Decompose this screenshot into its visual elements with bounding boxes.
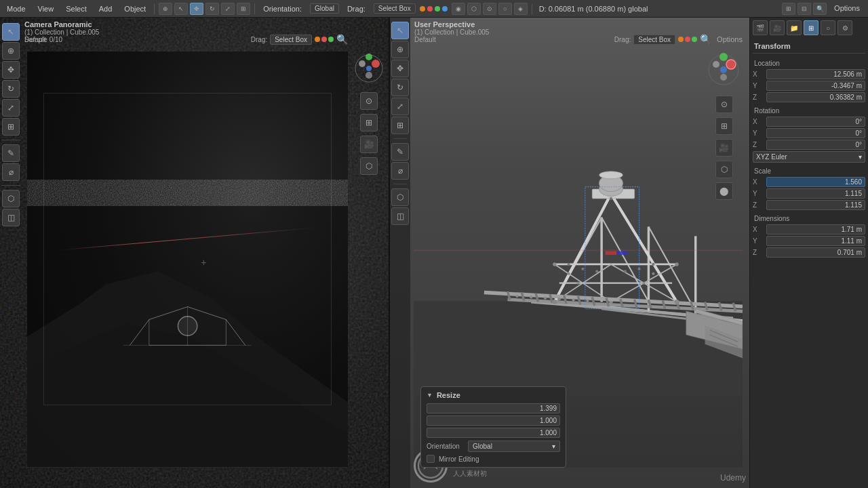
tr-icon3[interactable]: 🔍 [813, 3, 827, 15]
options-btn[interactable]: Options [834, 4, 860, 12]
loc-x-value[interactable]: 12.506 m [766, 69, 865, 79]
toggle-view-left[interactable]: ⊞ [360, 114, 378, 131]
panel-icon-mod[interactable]: ⚙ [837, 20, 852, 35]
right-measure-tool[interactable]: ⌀ [391, 162, 409, 180]
resize-orient-dropdown[interactable]: Global ▾ [468, 441, 560, 452]
dim-x-value[interactable]: 1.71 m [766, 224, 865, 235]
rot-type-dropdown[interactable]: XYZ Euler ▾ [753, 151, 865, 163]
scale-z-value[interactable]: 1.115 [766, 200, 865, 210]
right-cursor-tool[interactable]: ⊕ [391, 41, 409, 58]
icon-extra-1[interactable]: ◉ [452, 3, 465, 15]
svg-line-26 [601, 218, 648, 302]
right-search-icon[interactable]: 🔍 [700, 34, 711, 45]
right-select-box[interactable]: Select Box [633, 35, 675, 45]
left-select-box[interactable]: Select Box [270, 35, 312, 45]
gizmo-left[interactable] [352, 52, 386, 85]
select-menu[interactable]: Select [62, 3, 91, 14]
add-menu[interactable]: Add [95, 3, 117, 14]
right-options-label[interactable]: Options [717, 35, 743, 43]
icon-extra-4[interactable]: ○ [498, 3, 512, 15]
right-shading[interactable]: ⬡ [715, 161, 733, 178]
right-select-tool[interactable]: ↖ [391, 22, 409, 39]
right-overlay[interactable]: ⬤ [715, 182, 733, 200]
top-bar: Mode View Select Add Object ⊕ ↖ ✥ ↻ ⤢ ⊞ … [0, 0, 868, 18]
watermark-sub: 人人素材初 [453, 469, 493, 479]
svg-point-47 [652, 272, 654, 275]
select-tool[interactable]: ↖ [2, 23, 20, 41]
svg-point-73 [568, 263, 570, 266]
right-extra-tool1[interactable]: ⬡ [391, 188, 409, 206]
dot-blue [442, 6, 448, 12]
right-rotate-tool[interactable]: ↻ [391, 79, 409, 96]
dim-z-value[interactable]: 0.701 m [766, 247, 865, 258]
mode-icon-4[interactable]: ↻ [205, 3, 219, 15]
resize-val-2[interactable]: 1.000 [427, 415, 560, 426]
orientation-select[interactable]: Global [310, 3, 339, 14]
panel-icon-render[interactable]: 🎥 [770, 20, 785, 35]
right-collection-label: (1) Collection | Cube.005 [414, 28, 489, 36]
mode-icon-1[interactable]: ⊕ [159, 3, 172, 15]
extra-tool1[interactable]: ⬡ [2, 190, 20, 207]
loc-z-value[interactable]: 0.36382 m [766, 92, 865, 102]
svg-point-78 [652, 263, 654, 266]
panel-icon-view[interactable]: ⊞ [804, 20, 818, 35]
extra-tool2[interactable]: ◫ [2, 209, 20, 226]
icon-extra-2[interactable]: ⬡ [467, 3, 481, 15]
mode-icon-2[interactable]: ↖ [174, 3, 188, 15]
right-annotate-tool[interactable]: ✎ [391, 143, 409, 161]
view-menu[interactable]: View [34, 3, 58, 14]
left-search-icon[interactable]: 🔍 [336, 34, 348, 45]
panel-icon-object[interactable]: ○ [821, 20, 835, 35]
scale-z-label: Z [753, 201, 764, 209]
right-extra-tool2[interactable]: ◫ [391, 207, 409, 225]
rotate-tool[interactable]: ↻ [2, 80, 20, 98]
measure-tool[interactable]: ⌀ [2, 163, 20, 181]
select-box-top[interactable]: Select Box [374, 3, 416, 14]
mode-icon-5[interactable]: ⤢ [221, 3, 235, 15]
icon-extra-3[interactable]: ⊙ [483, 3, 496, 15]
extra-mode-icons: ◉ ⬡ ⊙ ○ ◈ [452, 3, 528, 15]
rot-z-value[interactable]: 0° [766, 140, 865, 150]
tr-icon1[interactable]: ⊞ [782, 3, 795, 15]
right-toggle-view[interactable]: ⊞ [715, 117, 733, 135]
transform-tool[interactable]: ⊞ [2, 118, 20, 136]
scale-x-value[interactable]: 1.560 [766, 177, 865, 187]
dim-y-value[interactable]: 1.11 m [766, 236, 865, 246]
resize-val-3[interactable]: 1.000 [427, 428, 560, 438]
object-menu[interactable]: Object [120, 3, 150, 14]
shading-left[interactable]: ⬡ [360, 157, 378, 175]
gizmo-right[interactable] [705, 52, 743, 89]
mode-icon-3[interactable]: ✥ [190, 3, 203, 15]
tr-icon2[interactable]: ⊟ [797, 3, 811, 15]
toolbar-divider2 [1, 185, 20, 186]
rot-x-value[interactable]: 0° [766, 117, 865, 127]
location-header: Location [753, 58, 865, 69]
right-transform-tool[interactable]: ⊞ [391, 117, 409, 134]
right-scale-tool[interactable]: ⤢ [391, 98, 409, 115]
zoom-fit-left[interactable]: ⊙ [360, 92, 378, 110]
mode-menu[interactable]: Mode [3, 3, 30, 14]
move-tool[interactable]: ✥ [2, 61, 20, 79]
scale-tool[interactable]: ⤢ [2, 99, 20, 117]
icon-extra-5[interactable]: ◈ [514, 3, 528, 15]
left-viewport[interactable]: Camera Panoramic (1) Collection | Cube.0… [0, 18, 390, 488]
scale-y-value[interactable]: 1.115 [766, 188, 865, 199]
resize-collapse-icon[interactable]: ▼ [427, 392, 433, 399]
left-dot-orange [315, 37, 320, 42]
resize-val-1[interactable]: 1.399 [427, 403, 560, 413]
annotate-tool[interactable]: ✎ [2, 144, 20, 162]
panel-icon-scene[interactable]: 🎬 [753, 20, 768, 35]
rot-y-value[interactable]: 0° [766, 128, 865, 138]
render-type-left[interactable]: 🎥 [360, 136, 378, 153]
loc-y-value[interactable]: -0.3467 m [766, 81, 865, 91]
panel-icon-output[interactable]: 📁 [787, 20, 802, 35]
svg-point-16 [720, 74, 727, 81]
right-move-tool[interactable]: ✥ [391, 60, 409, 77]
mode-icon-6[interactable]: ⊞ [237, 3, 250, 15]
right-zoom-fit[interactable]: ⊙ [715, 96, 733, 113]
mirror-checkbox[interactable] [427, 455, 435, 463]
svg-line-30 [611, 194, 677, 302]
svg-point-40 [599, 171, 623, 179]
cursor-tool[interactable]: ⊕ [2, 42, 20, 60]
right-render-type[interactable]: 🎥 [715, 139, 733, 157]
